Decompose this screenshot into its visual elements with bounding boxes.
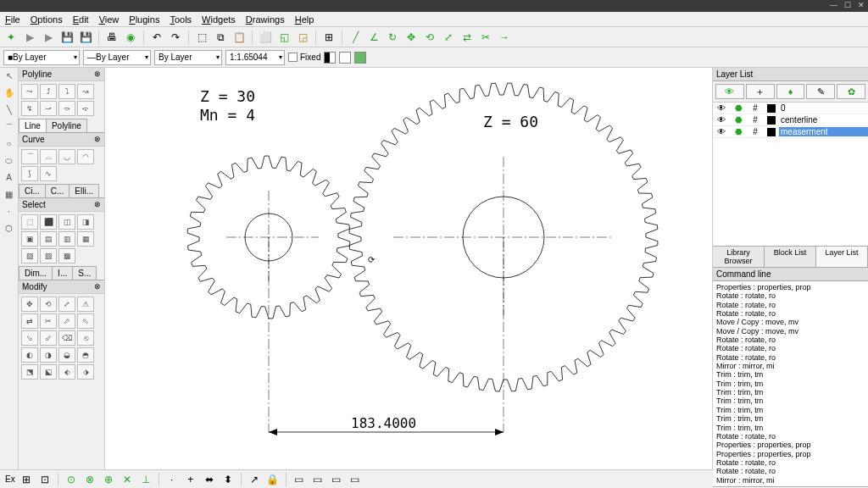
text-icon[interactable]: A: [3, 173, 16, 186]
sel-b9[interactable]: ▧: [21, 248, 38, 263]
cv-b4[interactable]: ◠: [77, 149, 94, 164]
close-icon[interactable]: ✕: [858, 1, 865, 9]
md-b6[interactable]: ✂: [40, 313, 57, 329]
preview-icon[interactable]: ◉: [123, 30, 138, 45]
tab-layerlist[interactable]: Layer List: [816, 247, 868, 267]
md-b14[interactable]: ◑: [40, 347, 57, 363]
linetype-dropdown[interactable]: — By Layer: [83, 50, 151, 65]
s-tab[interactable]: S...: [72, 266, 97, 280]
sel-b5[interactable]: ▣: [21, 231, 38, 247]
sel-b11[interactable]: ▩: [58, 248, 75, 263]
md-b7[interactable]: ⬀: [58, 313, 75, 329]
maximize-icon[interactable]: ☐: [844, 1, 851, 9]
st-s4-icon[interactable]: ⬍: [220, 472, 236, 487]
scale-icon[interactable]: ⤢: [441, 30, 456, 45]
pl-b6[interactable]: ⤻: [40, 101, 57, 116]
cv-b6[interactable]: ∿: [40, 166, 57, 181]
md-b9[interactable]: ⬂: [21, 330, 38, 346]
st-int-icon[interactable]: ✕: [120, 472, 135, 487]
layer-del-icon[interactable]: ♦: [776, 84, 805, 99]
arc-icon[interactable]: ⌒: [3, 122, 16, 136]
dim-tab[interactable]: Dim...: [19, 266, 53, 280]
cv-b2[interactable]: ⌓: [40, 149, 57, 164]
md-b20[interactable]: ⬗: [77, 364, 94, 380]
sel-b10[interactable]: ▨: [40, 248, 57, 263]
st-s1-icon[interactable]: ·: [164, 472, 180, 487]
refresh-icon[interactable]: ↻: [385, 30, 400, 45]
md-b8[interactable]: ⬁: [77, 313, 94, 329]
md-b18[interactable]: ⬕: [40, 364, 57, 380]
sel-b3[interactable]: ◫: [58, 214, 75, 230]
color1-swatch[interactable]: [324, 52, 336, 64]
st-m1-icon[interactable]: ▭: [292, 472, 307, 487]
pl-b5[interactable]: ↯: [21, 101, 38, 116]
md-b10[interactable]: ⬃: [40, 330, 57, 346]
pl-b8[interactable]: ⤽: [77, 101, 94, 116]
elli-tab[interactable]: Elli...: [69, 184, 99, 197]
layer-show-icon[interactable]: 👁: [715, 84, 744, 99]
minimize-icon[interactable]: —: [830, 1, 837, 9]
tab-library[interactable]: Library Browser: [713, 247, 765, 267]
st-end-icon[interactable]: ⊙: [64, 472, 79, 487]
st-m2-icon[interactable]: ▭: [310, 472, 326, 487]
move-icon[interactable]: ✥: [403, 30, 419, 45]
pl-b3[interactable]: ⤵: [58, 84, 75, 99]
st-cen-icon[interactable]: ⊕: [101, 472, 116, 487]
grid-icon[interactable]: ⊞: [321, 30, 337, 45]
paste-icon[interactable]: 📋: [231, 30, 247, 45]
mirror-icon[interactable]: ⇄: [459, 30, 475, 45]
hatch-icon[interactable]: ▦: [3, 190, 16, 203]
circle-icon[interactable]: ○: [3, 139, 16, 152]
extend-icon[interactable]: →: [497, 30, 512, 45]
trim-icon[interactable]: ✂: [478, 30, 493, 45]
st-m4-icon[interactable]: ▭: [348, 472, 363, 487]
st-s3-icon[interactable]: ⬌: [202, 472, 217, 487]
undo-icon[interactable]: ↶: [149, 30, 164, 45]
md-b3[interactable]: ⤢: [58, 297, 75, 312]
menu-edit[interactable]: Edit: [73, 14, 89, 25]
line2-icon[interactable]: ╲: [3, 105, 16, 119]
drawing-canvas[interactable]: Z = 30 Mn = 4 Z = 60 183.4000 ⟳: [105, 68, 712, 469]
ellipse-icon[interactable]: ⬭: [3, 156, 16, 169]
md-b17[interactable]: ⬔: [21, 364, 38, 380]
sel-b8[interactable]: ▦: [77, 231, 94, 247]
md-b1[interactable]: ✥: [21, 297, 38, 312]
sel-b4[interactable]: ◨: [77, 214, 94, 230]
menu-tools[interactable]: Tools: [170, 14, 192, 25]
menu-drawings[interactable]: Drawings: [246, 14, 285, 25]
cv-b1[interactable]: ⌒: [21, 149, 38, 164]
st-mid-icon[interactable]: ⊗: [82, 472, 97, 487]
polyline-tab[interactable]: Polyline: [46, 119, 87, 132]
cursor-icon[interactable]: ↖: [3, 71, 16, 85]
color3-swatch[interactable]: [354, 52, 366, 64]
cv-b5[interactable]: ⟆: [21, 166, 38, 181]
zoom3-icon[interactable]: ◲: [295, 30, 310, 45]
md-b4[interactable]: ⚠: [77, 297, 94, 312]
print-icon[interactable]: 🖶: [104, 30, 120, 45]
lineweight-dropdown[interactable]: By Layer: [154, 50, 222, 65]
tab-blocklist[interactable]: Block List: [765, 247, 816, 267]
menu-file[interactable]: FFileile: [5, 14, 20, 25]
menu-options[interactable]: Options: [31, 14, 63, 25]
layer-row[interactable]: 👁⬣#measerment: [713, 126, 868, 138]
st-lock-icon[interactable]: 🔒: [265, 472, 281, 487]
line-icon[interactable]: ╱: [348, 30, 363, 45]
st-snap-icon[interactable]: ⊡: [37, 472, 53, 487]
md-b12[interactable]: ⎋: [77, 330, 94, 346]
st-s2-icon[interactable]: +: [183, 472, 198, 487]
hand-icon[interactable]: ✋: [3, 88, 16, 102]
menu-plugins[interactable]: Plugins: [129, 14, 159, 25]
pl-b2[interactable]: ⤴: [40, 84, 57, 99]
save-icon[interactable]: 💾: [59, 30, 75, 45]
md-b5[interactable]: ⇄: [21, 313, 38, 329]
scale-dropdown[interactable]: 1:1.65044: [225, 50, 285, 65]
sel-b7[interactable]: ▥: [58, 231, 75, 247]
poly-icon[interactable]: ⬡: [3, 224, 16, 237]
md-b11[interactable]: ⌫: [58, 330, 75, 346]
zoom2-icon[interactable]: ◱: [276, 30, 292, 45]
menu-view[interactable]: View: [99, 14, 120, 25]
angle-icon[interactable]: ∠: [366, 30, 381, 45]
layer-edit-icon[interactable]: ✎: [806, 84, 835, 99]
pl-b7[interactable]: ⤼: [58, 101, 75, 116]
line-tab[interactable]: Line: [19, 119, 47, 132]
